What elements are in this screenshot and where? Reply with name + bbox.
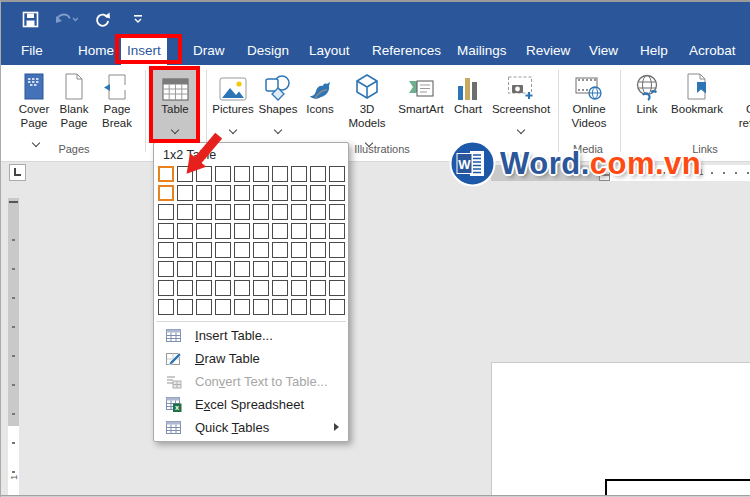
table-size-cell-1x6[interactable] [253, 166, 269, 182]
table-size-cell-7x8[interactable] [291, 280, 307, 296]
link-button[interactable]: Link [629, 68, 665, 140]
table-size-cell-2x6[interactable] [253, 185, 269, 201]
table-size-cell-4x1[interactable] [158, 223, 174, 239]
3d-models-button[interactable]: 3D Models [341, 68, 393, 140]
table-size-cell-1x10[interactable] [329, 166, 345, 182]
table-size-cell-7x9[interactable] [310, 280, 326, 296]
table-size-cell-5x9[interactable] [310, 242, 326, 258]
table-size-cell-8x9[interactable] [310, 299, 326, 315]
cross-reference-button[interactable]: Cross-reference [731, 68, 750, 140]
table-size-cell-6x9[interactable] [310, 261, 326, 277]
document-page[interactable] [491, 362, 750, 497]
table-size-cell-8x10[interactable] [329, 299, 345, 315]
table-size-cell-3x7[interactable] [272, 204, 288, 220]
tab-file[interactable]: File [15, 35, 49, 65]
table-size-cell-3x9[interactable] [310, 204, 326, 220]
table-size-cell-2x4[interactable] [215, 185, 231, 201]
smartart-button[interactable]: SmartArt [395, 68, 447, 140]
table-size-cell-3x10[interactable] [329, 204, 345, 220]
table-size-cell-8x7[interactable] [272, 299, 288, 315]
undo-button[interactable] [55, 8, 77, 30]
table-size-cell-3x4[interactable] [215, 204, 231, 220]
table-size-cell-2x3[interactable] [196, 185, 212, 201]
icons-button[interactable]: Icons [300, 68, 340, 140]
insert-table-menu-item[interactable]: Insert Table... [154, 324, 348, 347]
table-size-cell-2x5[interactable] [234, 185, 250, 201]
table-size-cell-1x7[interactable] [272, 166, 288, 182]
table-size-cell-4x9[interactable] [310, 223, 326, 239]
online-videos-button[interactable]: Online Videos [563, 68, 615, 140]
table-size-cell-7x3[interactable] [196, 280, 212, 296]
table-size-cell-6x4[interactable] [215, 261, 231, 277]
page-break-button[interactable]: Page Break [94, 68, 140, 140]
table-size-cell-7x5[interactable] [234, 280, 250, 296]
draw-table-menu-item[interactable]: Draw Table [154, 347, 348, 370]
table-size-cell-1x2[interactable] [177, 166, 193, 182]
table-size-cell-5x2[interactable] [177, 242, 193, 258]
tab-acrobat[interactable]: Acrobat [683, 35, 742, 65]
table-size-cell-3x8[interactable] [291, 204, 307, 220]
table-size-cell-4x5[interactable] [234, 223, 250, 239]
table-size-cell-8x3[interactable] [196, 299, 212, 315]
tab-review[interactable]: Review [520, 35, 576, 65]
table-size-cell-4x2[interactable] [177, 223, 193, 239]
tab-selector[interactable] [9, 164, 26, 181]
table-size-cell-7x1[interactable] [158, 280, 174, 296]
table-size-cell-6x8[interactable] [291, 261, 307, 277]
table-size-cell-7x7[interactable] [272, 280, 288, 296]
screenshot-button[interactable]: Screenshot [491, 68, 551, 140]
table-size-cell-6x1[interactable] [158, 261, 174, 277]
table-size-cell-6x2[interactable] [177, 261, 193, 277]
table-size-cell-3x2[interactable] [177, 204, 193, 220]
tab-layout[interactable]: Layout [303, 35, 356, 65]
redo-button[interactable] [91, 8, 113, 30]
table-size-cell-4x6[interactable] [253, 223, 269, 239]
table-size-cell-1x9[interactable] [310, 166, 326, 182]
pictures-button[interactable]: Pictures [209, 68, 257, 140]
table-size-cell-2x8[interactable] [291, 185, 307, 201]
left-indent-marker[interactable] [599, 175, 610, 181]
table-size-cell-6x5[interactable] [234, 261, 250, 277]
table-size-cell-5x10[interactable] [329, 242, 345, 258]
table-size-cell-2x9[interactable] [310, 185, 326, 201]
table-size-cell-2x7[interactable] [272, 185, 288, 201]
table-size-cell-5x7[interactable] [272, 242, 288, 258]
tab-mailings[interactable]: Mailings [451, 35, 513, 65]
table-size-cell-1x1[interactable] [158, 166, 174, 182]
table-size-cell-4x4[interactable] [215, 223, 231, 239]
table-size-cell-5x5[interactable] [234, 242, 250, 258]
tab-draw[interactable]: Draw [187, 35, 231, 65]
tab-references[interactable]: References [366, 35, 447, 65]
table-size-cell-7x6[interactable] [253, 280, 269, 296]
table-size-cell-3x3[interactable] [196, 204, 212, 220]
tab-design[interactable]: Design [241, 35, 295, 65]
table-size-cell-5x1[interactable] [158, 242, 174, 258]
table-size-cell-2x2[interactable] [177, 185, 193, 201]
table-size-cell-2x1[interactable] [158, 185, 174, 201]
customize-quick-access-button[interactable] [127, 8, 149, 30]
table-size-cell-4x8[interactable] [291, 223, 307, 239]
table-size-cell-4x7[interactable] [272, 223, 288, 239]
save-button[interactable] [19, 8, 41, 30]
table-size-cell-8x5[interactable] [234, 299, 250, 315]
table-size-cell-1x5[interactable] [234, 166, 250, 182]
table-size-cell-5x6[interactable] [253, 242, 269, 258]
table-size-cell-7x10[interactable] [329, 280, 345, 296]
table-size-cell-4x3[interactable] [196, 223, 212, 239]
chart-button[interactable]: Chart [447, 68, 489, 140]
table-button[interactable]: Table [152, 68, 198, 140]
table-size-cell-8x1[interactable] [158, 299, 174, 315]
blank-page-button[interactable]: Blank Page [52, 68, 96, 140]
table-size-cell-5x3[interactable] [196, 242, 212, 258]
tab-insert[interactable]: Insert [121, 35, 167, 65]
table-size-cell-6x10[interactable] [329, 261, 345, 277]
vertical-ruler[interactable]: 1 [8, 198, 19, 495]
table-size-cell-8x4[interactable] [215, 299, 231, 315]
table-size-cell-3x5[interactable] [234, 204, 250, 220]
table-size-cell-8x2[interactable] [177, 299, 193, 315]
table-size-cell-1x4[interactable] [215, 166, 231, 182]
bookmark-button[interactable]: Bookmark [667, 68, 727, 140]
table-size-cell-3x1[interactable] [158, 204, 174, 220]
cover-page-button[interactable]: Cover Page [10, 68, 58, 140]
table-size-cell-6x7[interactable] [272, 261, 288, 277]
